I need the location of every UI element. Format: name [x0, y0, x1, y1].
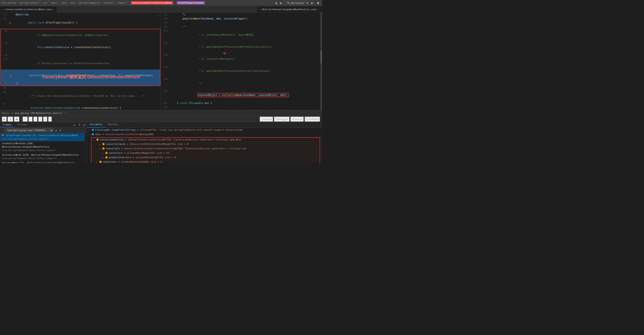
evaluate-button[interactable]: ≡ [43, 116, 48, 122]
var-icon-cc: 🔶 [102, 142, 105, 146]
debug-icon: ▶ [12, 112, 13, 114]
tab-right-close[interactable]: ✕ [318, 8, 319, 10]
overhead-tab-button[interactable]: Overhead [304, 116, 320, 122]
breadcrumb-bar: mca_spring › spring-context › src › main… [0, 0, 322, 6]
breakpoint-78[interactable]: ● [10, 74, 12, 78]
breadcrumb-java[interactable]: java [61, 2, 67, 4]
right-content-718: * 3. invokeInitMethods() [170, 53, 322, 65]
debug-close[interactable]: ✕ [65, 112, 67, 114]
code-line-76: 76 [0, 53, 160, 58]
frame-nav-down[interactable]: ▼ [77, 122, 82, 127]
trace-button[interactable]: ⟆ [48, 116, 52, 122]
var-item-this[interactable]: ▾ 🔷 this = {ConversionServiceFactoryBean… [87, 132, 322, 137]
sep8: › [115, 2, 116, 4]
stop-debug-button[interactable]: ⏹ [14, 116, 20, 122]
right-scrollbar[interactable] [320, 13, 322, 110]
right-content-720: */ [170, 77, 322, 89]
frames-tab-spacer [30, 122, 72, 127]
frame-item-3[interactable]: doCreateBean:721, AbstractAutowireCapabl… [0, 161, 84, 163]
stop-button[interactable]: ⏹ [316, 1, 320, 5]
var-item-converters-outer[interactable]: ▾ 🔶 converters = {LinkedHashSet@2566} si… [92, 160, 320, 163]
line-content-79: } [10, 82, 160, 86]
right-content-722: } catch (Throwable ex) { [170, 101, 322, 105]
right-scroll-thumb[interactable] [320, 51, 322, 64]
thread-selector[interactable]: "main"@1 in group "main": RUNNING [4, 128, 54, 132]
frame-nav-up[interactable]: ▲ [72, 122, 77, 127]
frame-item-0[interactable]: afterPropertiesSet:79, ConversionService… [0, 133, 84, 141]
left-code-container[interactable]: 72 @Override 73 ● public void afterPrope… [0, 13, 161, 110]
line-content-74: // 创建DefaultConversionService, 内置默认Conve… [10, 29, 160, 41]
var-icon-co: 🔶 [99, 160, 102, 163]
right-code-container[interactable]: 712 */ 713 populateBean(beanName, mbd, i… [161, 13, 322, 110]
breadcrumb-main[interactable]: main [52, 2, 57, 4]
thread-selector-bar: ✓ "main"@1 in group "main": RUNNING ▲ ▼ [0, 128, 86, 133]
right-line-713: 713 populateBean(beanName, mbd, instance… [161, 17, 322, 21]
java-icon-left: ☕ [3, 8, 4, 11]
step-into-button[interactable]: ↓ [28, 116, 33, 122]
code-line-75: 75 this.conversionService = createConver… [0, 41, 160, 53]
frame-loc-0: (org.springframework.context.support) [2, 138, 49, 140]
right-line-716: 716 * 1. invokeAwareMethods(), Aware属性DI [161, 29, 322, 41]
code-line-81: 81 /** Create the ConversionService inst… [0, 90, 161, 102]
breadcrumb-module[interactable]: spring-context [20, 2, 40, 4]
line-num-72: 72 [0, 13, 9, 17]
breadcrumb-org[interactable]: org [70, 2, 75, 4]
sep7: › [101, 2, 102, 4]
tab-right-file[interactable]: ☕ AbstractAutowireCapableBeanFactory.jav… [256, 6, 322, 12]
var-name-gc: globalConverters = {LinkedHashSet@2743} … [109, 156, 176, 159]
var-item-global[interactable]: ▸ 🔶 globalConverters = {LinkedHashSet@27… [92, 156, 320, 160]
var-item-convertercache[interactable]: ▸ 🔶 converterCache = {ConcurrentReferenc… [92, 142, 320, 146]
line-num-81: 81 [0, 90, 9, 102]
right-line-721: 721 exposedObject = initializeBean(beanN… [161, 89, 322, 101]
step-over-button[interactable]: ↷ [22, 116, 28, 122]
threads-tab[interactable]: Threads [14, 122, 30, 127]
right-content-717: * 2. applyBeanPostProcessorsBeforeInitia… [170, 41, 322, 53]
console-tab-button[interactable]: Console [260, 116, 273, 122]
var-name-cc: converterCache = {ConcurrentReferenceHas… [106, 142, 189, 146]
frame-name-3: doCreateBean:721, AbstractAutowireCapabl… [2, 162, 74, 163]
thread-nav-down[interactable]: ▼ [59, 129, 62, 132]
code-line-78: 78 ● ConversionServiceFactory.registerCo… [0, 70, 160, 82]
breakpoint-73[interactable]: ● [9, 21, 10, 25]
breadcrumb-context[interactable]: context [104, 2, 113, 4]
breadcrumb-project[interactable]: mca_spring [2, 2, 16, 4]
converter-dropdown[interactable]: T8_MyConverter [284, 1, 309, 5]
memory-tab-button[interactable]: Memory [290, 116, 304, 122]
nav-back-button[interactable]: ◀ [274, 1, 278, 5]
right-num-722: 722 [161, 101, 170, 105]
line-content-72: @Override [9, 13, 161, 17]
frames-tab[interactable]: Frames [0, 122, 14, 127]
right-num-713: 713 [161, 17, 170, 21]
pause-button[interactable]: ⏸ [8, 116, 13, 122]
var-icon-lhm: 🔶 [105, 152, 108, 155]
var-icon-this: 🔷 [92, 133, 94, 136]
debug-title-bar: Debug: ▶ mca_spring [T8_MyConverter.main… [0, 110, 322, 116]
frame-item-2[interactable]: initializeBean:2230, AbstractAutowireCap… [0, 153, 84, 161]
thread-nav-up[interactable]: ▲ [55, 129, 58, 132]
var-item-converters-lhm[interactable]: ▸ 🔶 converters = {LinkedHashMap@2744} si… [92, 151, 320, 156]
right-content-719: * 4. applyBeanPostProcessorsAfterInitial… [170, 65, 322, 77]
variables-tab[interactable]: Variables [87, 122, 106, 128]
right-content-716: * 1. invokeAwareMethods(), Aware属性DI [170, 29, 322, 41]
debugger-tab-button[interactable]: Debugger [274, 116, 290, 122]
breadcrumb-support[interactable]: support [117, 2, 127, 4]
run-to-cursor-button[interactable]: ⤵ [38, 116, 42, 122]
run-button[interactable]: ▶ [310, 1, 314, 5]
var-item-converters-inner[interactable]: ▾ 🔶 converters = {GenericConversionServi… [92, 146, 320, 151]
tab-left-close[interactable]: ✕ [53, 8, 54, 10]
breadcrumb-src[interactable]: src [43, 2, 48, 4]
frame-item-1[interactable]: invokeInitMethods:2300, AbstractAutowire… [0, 141, 84, 153]
tab-left-file[interactable]: ☕ ConversionServiceFactoryBean.java ✕ [0, 6, 57, 12]
line-content-87: protected GenericConversionService creat… [9, 102, 161, 110]
resume-button[interactable]: ▶ [2, 116, 7, 122]
var-item-conversionservice[interactable]: ▾ 🔶 conversionService = {DefaultConversi… [92, 138, 320, 142]
breadcrumb-springframework[interactable]: springframework [78, 2, 100, 4]
frame-copy[interactable]: ⊞ [82, 122, 86, 127]
watches-tab[interactable]: Watches [106, 122, 121, 128]
step-out-button[interactable]: ↑ [33, 116, 38, 122]
right-line-714: 714 [161, 21, 322, 25]
nav-fwd-button[interactable]: ▶ [279, 1, 283, 5]
right-line-723: 723 if (ex instanceof BeanCreationExcept… [161, 105, 322, 110]
java-icon-right: ☕ [259, 8, 261, 11]
var-item-classloader[interactable]: ▸ 🔷 ClassLoader.loadClass(String) = {Cla… [87, 128, 322, 132]
